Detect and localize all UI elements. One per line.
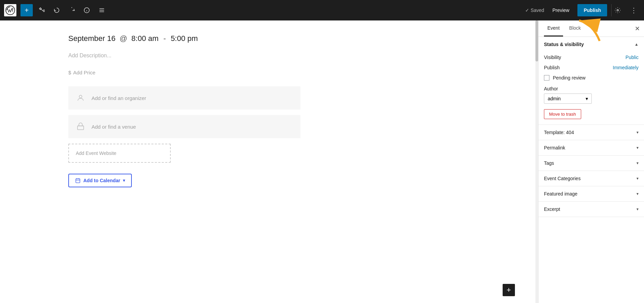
sidebar: Event Block ✕ Status & visibility ▲ Visi… xyxy=(538,20,644,303)
author-select[interactable]: admin ▾ xyxy=(544,93,592,104)
scroll-thumb[interactable] xyxy=(535,20,538,61)
undo-button[interactable] xyxy=(51,4,63,16)
visibility-row: Visibility Public xyxy=(544,55,639,60)
tab-block[interactable]: Block xyxy=(566,20,584,37)
organizer-icon xyxy=(75,92,86,103)
more-options-button[interactable]: ⋮ xyxy=(628,4,640,16)
list-view-button[interactable] xyxy=(96,4,108,16)
sidebar-tabs: Event Block ✕ xyxy=(538,20,644,37)
settings-button[interactable] xyxy=(611,4,624,16)
add-to-calendar-button[interactable]: Add to Calendar ▾ xyxy=(68,174,132,187)
redo-button[interactable] xyxy=(66,4,78,16)
svg-point-10 xyxy=(79,95,82,98)
add-description-field[interactable]: Add Description... xyxy=(68,53,515,59)
toolbar: + xyxy=(0,0,644,20)
preview-button[interactable]: Preview xyxy=(548,5,574,15)
svg-rect-13 xyxy=(76,179,80,183)
add-venue-row[interactable]: Add or find a venue xyxy=(68,115,300,138)
excerpt-title: Excerpt xyxy=(544,206,560,212)
pending-review-row: Pending review xyxy=(544,75,639,81)
featured-image-chevron-icon: ▾ xyxy=(636,191,639,196)
tags-section: Tags ▾ xyxy=(538,156,644,171)
excerpt-chevron-icon: ▾ xyxy=(636,207,639,212)
wp-logo xyxy=(4,4,16,16)
move-to-trash-button[interactable]: Move to trash xyxy=(544,109,581,119)
template-section: Template: 404 ▾ xyxy=(538,125,644,140)
publish-button[interactable]: Publish xyxy=(577,4,607,16)
permalink-chevron-icon: ▾ xyxy=(636,145,639,150)
tags-header[interactable]: Tags ▾ xyxy=(538,156,644,171)
template-header[interactable]: Template: 404 ▾ xyxy=(538,125,644,140)
publish-row: Publish Immediately xyxy=(544,65,639,70)
publish-value[interactable]: Immediately xyxy=(613,65,639,70)
event-categories-title: Event Categories xyxy=(544,176,580,181)
event-categories-header[interactable]: Event Categories ▾ xyxy=(538,171,644,186)
template-title: Template: 404 xyxy=(544,130,574,135)
tags-title: Tags xyxy=(544,160,554,166)
visibility-value[interactable]: Public xyxy=(626,55,639,60)
scroll-track[interactable] xyxy=(535,20,538,303)
info-button[interactable] xyxy=(81,4,93,16)
author-section: Author admin ▾ xyxy=(544,86,639,104)
featured-image-header[interactable]: Featured image ▾ xyxy=(538,186,644,201)
add-price-button[interactable]: $ Add Price xyxy=(68,70,515,75)
saved-indicator: ✓ Saved xyxy=(525,8,544,13)
svg-point-9 xyxy=(617,10,618,11)
author-label: Author xyxy=(544,86,639,91)
toolbar-right: ✓ Saved Preview Publish ⋮ xyxy=(525,4,640,16)
status-visibility-section: Status & visibility ▲ Visibility Public … xyxy=(538,37,644,125)
add-block-toolbar-button[interactable]: + xyxy=(20,4,33,16)
permalink-title: Permalink xyxy=(544,145,565,150)
permalink-header[interactable]: Permalink ▾ xyxy=(538,140,644,155)
sidebar-close-button[interactable]: ✕ xyxy=(635,25,640,32)
add-block-bottom-button[interactable]: + xyxy=(503,284,515,296)
tools-button[interactable] xyxy=(36,4,48,16)
venue-icon xyxy=(75,121,86,132)
event-categories-chevron-icon: ▾ xyxy=(636,176,639,181)
featured-image-section: Featured image ▾ xyxy=(538,186,644,202)
excerpt-header[interactable]: Excerpt ▾ xyxy=(538,202,644,217)
svg-rect-11 xyxy=(78,126,84,130)
pending-review-checkbox[interactable] xyxy=(544,75,549,81)
permalink-section: Permalink ▾ xyxy=(538,140,644,156)
event-categories-section: Event Categories ▾ xyxy=(538,171,644,186)
featured-image-title: Featured image xyxy=(544,191,577,197)
status-visibility-content: Visibility Public Publish Immediately Pe… xyxy=(538,52,644,125)
svg-line-1 xyxy=(40,9,43,11)
pending-review-label: Pending review xyxy=(553,75,586,81)
publish-label: Publish xyxy=(544,65,560,70)
add-website-field[interactable]: Add Event Website xyxy=(68,144,171,163)
add-organizer-row[interactable]: Add or find an organizer xyxy=(68,86,300,110)
event-date-time: September 16 @ 8:00 am - 5:00 pm xyxy=(68,34,515,43)
visibility-label: Visibility xyxy=(544,55,561,60)
tab-event[interactable]: Event xyxy=(544,20,563,37)
excerpt-section: Excerpt ▾ xyxy=(538,202,644,217)
tags-chevron-icon: ▾ xyxy=(636,161,639,165)
status-visibility-header[interactable]: Status & visibility ▲ xyxy=(538,37,644,52)
status-visibility-title: Status & visibility xyxy=(544,42,584,47)
content-area: September 16 @ 8:00 am - 5:00 pm Add Des… xyxy=(0,20,535,303)
template-chevron-icon: ▾ xyxy=(636,130,639,135)
main-layout: September 16 @ 8:00 am - 5:00 pm Add Des… xyxy=(0,20,644,303)
status-visibility-chevron-icon: ▲ xyxy=(634,42,639,47)
